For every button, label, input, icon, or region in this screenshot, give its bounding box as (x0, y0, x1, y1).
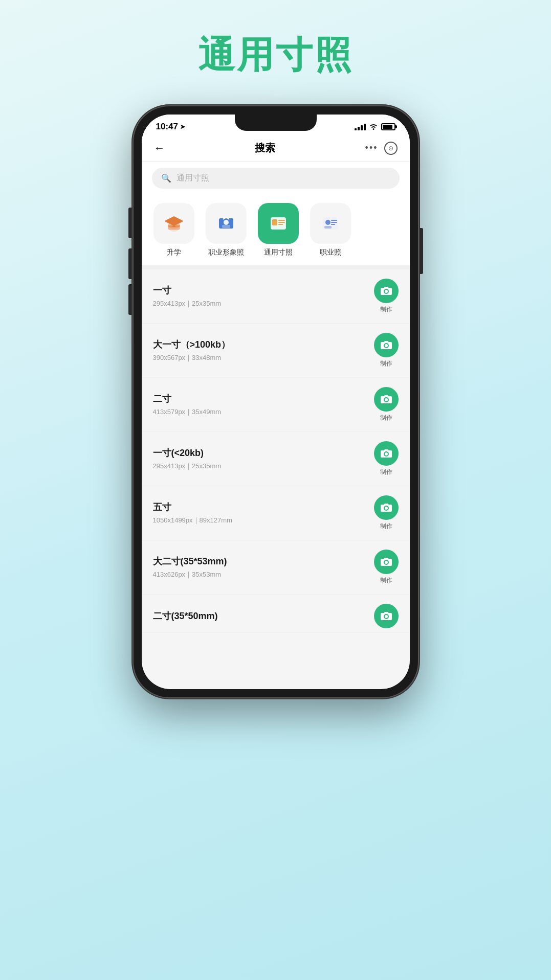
list-item-detail: 413x579px｜35x49mm (153, 407, 222, 417)
page-title: 通用寸照 (198, 31, 354, 80)
make-label-2: 制作 (380, 359, 392, 368)
list-item-info: 二寸 413x579px｜35x49mm (153, 393, 222, 417)
search-icon: 🔍 (161, 173, 171, 183)
list-item-name: 大一寸（>100kb） (153, 338, 231, 351)
category-icon-tongyongcunzhao (258, 203, 299, 244)
camera-icon-2 (374, 333, 399, 357)
categories-bar: 升学 职业形象照 (142, 195, 410, 269)
camera-icon-4 (374, 441, 399, 466)
location-arrow-icon: ➤ (180, 123, 185, 130)
list-item-info: 五寸 1050x1499px｜89x127mm (153, 501, 232, 525)
nav-bar: ← 搜索 ••• ⊙ (142, 135, 410, 162)
category-zhiyexingxiang[interactable]: 职业形象照 (203, 203, 249, 257)
photo-list: 一寸 295x413px｜25x35mm 制作 (142, 269, 410, 689)
category-icon-shengxue (153, 203, 194, 244)
nav-title: 搜索 (255, 141, 275, 155)
category-zhiyezhao[interactable]: 职业照 (307, 203, 354, 257)
make-button-5[interactable]: 制作 (374, 495, 399, 531)
svg-marker-5 (165, 217, 183, 226)
svg-rect-7 (168, 226, 180, 230)
list-item: 大二寸(35*53mm) 413x626px｜35x53mm 制作 (142, 540, 410, 595)
signal-icon (355, 123, 366, 130)
phone-mockup: 10:47 ➤ (133, 105, 419, 698)
search-bar[interactable]: 🔍 通用寸照 (152, 168, 400, 189)
phone-screen: 10:47 ➤ (142, 115, 410, 689)
list-item: 二寸(35*50mm) (142, 595, 410, 633)
list-item-detail: 390x567px｜33x48mm (153, 353, 231, 362)
back-button[interactable]: ← (154, 142, 165, 155)
camera-icon-3 (374, 387, 399, 412)
list-item-detail: 295x413px｜25x35mm (153, 462, 222, 471)
make-button-3[interactable]: 制作 (374, 387, 399, 422)
wifi-icon (369, 123, 378, 131)
list-item-info: 一寸 295x413px｜25x35mm (153, 284, 222, 308)
svg-rect-18 (324, 226, 332, 229)
make-button-7[interactable] (374, 604, 399, 628)
battery-icon (381, 123, 395, 130)
category-tongyongcunzhao[interactable]: 通用寸照 (255, 203, 301, 257)
make-label-1: 制作 (380, 305, 392, 314)
make-button-2[interactable]: 制作 (374, 333, 399, 368)
record-button[interactable]: ⊙ (384, 142, 398, 155)
list-item: 二寸 413x579px｜35x49mm 制作 (142, 378, 410, 432)
list-item-info: 二寸(35*50mm) (153, 610, 218, 622)
svg-point-17 (325, 220, 330, 225)
list-item-info: 一寸(<20kb) 295x413px｜25x35mm (153, 447, 222, 471)
phone-frame: 10:47 ➤ (133, 105, 419, 698)
category-icon-zhiyexingxiang (206, 203, 247, 244)
category-icon-zhiyezhao (310, 203, 351, 244)
list-item-name: 一寸 (153, 284, 222, 297)
record-icon: ⊙ (388, 145, 393, 152)
search-input[interactable]: 通用寸照 (177, 173, 209, 184)
camera-icon-6 (374, 550, 399, 574)
make-button-1[interactable]: 制作 (374, 279, 399, 314)
svg-point-9 (224, 220, 229, 225)
make-label-3: 制作 (380, 414, 392, 422)
nav-actions: ••• ⊙ (365, 142, 398, 155)
list-item: 一寸(<20kb) 295x413px｜25x35mm 制作 (142, 432, 410, 486)
list-item-name: 一寸(<20kb) (153, 447, 222, 459)
list-item-info: 大二寸(35*53mm) 413x626px｜35x53mm (153, 555, 227, 579)
camera-icon-7 (374, 604, 399, 628)
list-item: 一寸 295x413px｜25x35mm 制作 (142, 269, 410, 324)
status-time: 10:47 ➤ (156, 122, 185, 132)
svg-rect-10 (222, 225, 230, 228)
list-item: 大一寸（>100kb） 390x567px｜33x48mm 制作 (142, 324, 410, 378)
notch (235, 115, 317, 131)
category-label-zhiyezhao: 职业照 (320, 248, 341, 257)
list-item-name: 五寸 (153, 501, 232, 513)
make-button-4[interactable]: 制作 (374, 441, 399, 476)
list-item-info: 大一寸（>100kb） 390x567px｜33x48mm (153, 338, 231, 362)
list-item-name: 二寸(35*50mm) (153, 610, 218, 622)
list-item-detail: 413x626px｜35x53mm (153, 570, 227, 579)
svg-rect-12 (272, 219, 277, 225)
category-label-zhiyexingxiang: 职业形象照 (208, 248, 244, 257)
list-item-detail: 1050x1499px｜89x127mm (153, 516, 232, 525)
category-label-tongyongcunzhao: 通用寸照 (264, 248, 293, 257)
more-options-button[interactable]: ••• (365, 143, 378, 153)
camera-icon-1 (374, 279, 399, 303)
camera-icon-5 (374, 495, 399, 520)
make-button-6[interactable]: 制作 (374, 550, 399, 585)
category-label-shengxue: 升学 (167, 248, 181, 257)
list-item-name: 二寸 (153, 393, 222, 405)
status-icons (355, 123, 395, 131)
list-item-detail: 295x413px｜25x35mm (153, 299, 222, 308)
search-bar-wrapper: 🔍 通用寸照 (142, 162, 410, 195)
category-shengxue[interactable]: 升学 (151, 203, 197, 257)
make-label-6: 制作 (380, 576, 392, 585)
make-label-4: 制作 (380, 468, 392, 476)
list-item: 五寸 1050x1499px｜89x127mm 制作 (142, 486, 410, 540)
make-label-5: 制作 (380, 522, 392, 531)
list-item-name: 大二寸(35*53mm) (153, 555, 227, 567)
